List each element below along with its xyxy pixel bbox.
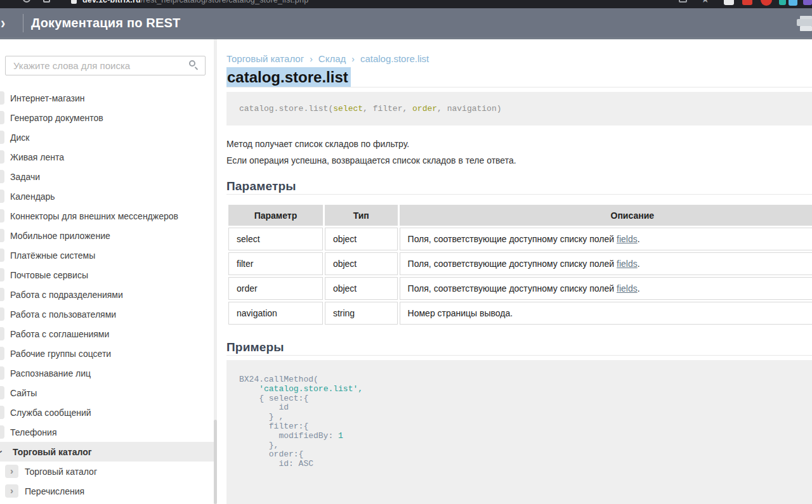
doc-title: Документация по REST [31, 16, 181, 30]
home-icon[interactable] [43, 0, 50, 3]
sidebar-item[interactable]: ›Сайты [0, 383, 214, 403]
code-segment: filter:{ [239, 422, 308, 431]
divider [226, 87, 812, 87]
chevron-right-icon: › [0, 170, 4, 183]
param-desc-cell: Поля, соответствующие доступному списку … [400, 277, 812, 300]
example-code-block: BX24.callMethod( 'catalog.store.list', {… [226, 360, 812, 504]
table-header-cell: Описание [400, 205, 812, 226]
sidebar-item[interactable]: ›Живая лента [0, 147, 214, 167]
print-button[interactable] [797, 16, 812, 31]
sidebar-item[interactable]: ›Работа с подразделениями [0, 285, 214, 304]
chevron-right-icon: › [0, 386, 4, 399]
param-type-cell: object [325, 252, 398, 275]
extension-teal-icon[interactable] [779, 0, 786, 5]
doc-header: › Документация по REST [0, 8, 812, 39]
breadcrumb-link[interactable]: Торговый каталог [226, 53, 304, 64]
sidebar-item[interactable]: ›Распознавание лиц [0, 363, 214, 383]
code-line: id [239, 403, 799, 413]
sidebar-item[interactable]: ›Служба сообщений [0, 403, 214, 422]
sidebar-item[interactable]: ›Генератор документов [0, 108, 214, 127]
code-line: order:{ [239, 450, 799, 460]
code-line: }, [239, 441, 799, 451]
sidebar-item[interactable]: ›Торговый каталог [0, 442, 214, 462]
address-bar[interactable]: dev.1c-bitrix.ru/rest_help/catalog/store… [82, 0, 308, 4]
share-icon[interactable] [679, 0, 687, 3]
sidebar-item-label: Распознавание лиц [10, 368, 91, 378]
breadcrumb-link[interactable]: Склад [318, 53, 346, 64]
main-content: Торговый каталог›Склад›catalog.store.lis… [217, 39, 812, 504]
table-row: selectobjectПоля, соответствующие доступ… [228, 228, 812, 250]
param-desc-cell: Поля, соответствующие доступному списку … [400, 228, 812, 250]
sidebar-item-label: Телефония [10, 427, 56, 437]
param-desc-cell: Номер страницы вывода. [400, 302, 812, 325]
sidebar-item[interactable]: ›Почтовые сервисы [0, 265, 214, 285]
parameters-heading: Параметры [226, 179, 812, 194]
sidebar-item-label: Интернет-магазин [10, 93, 85, 103]
sidebar-item[interactable]: ›Диск [0, 127, 214, 147]
sidebar-item[interactable]: ›Задачи [0, 167, 214, 186]
extension-purple-icon[interactable] [803, 0, 812, 5]
extension-white-icon[interactable] [724, 0, 734, 5]
code-segment: 'catalog.store.list', [259, 384, 363, 394]
browser-toolbar: dev.1c-bitrix.ru/rest_help/catalog/store… [0, 0, 812, 8]
reload-icon[interactable] [23, 0, 30, 3]
extension-red-circle-icon[interactable] [761, 0, 772, 6]
sidebar-item-label: Календарь [10, 191, 55, 202]
sidebar-item[interactable]: ›Рабочие группы соцсети [0, 344, 214, 363]
param-name-cell: navigation [228, 302, 323, 325]
sidebar-item-label: Живая лента [10, 152, 64, 162]
param-type-cell: object [325, 277, 398, 300]
search-box [5, 56, 206, 75]
search-input[interactable] [5, 56, 206, 75]
breadcrumb-link[interactable]: catalog.store.list [360, 53, 429, 64]
url-domain: dev.1c-bitrix.ru [82, 0, 141, 4]
sidebar-item[interactable]: ›Коннекторы для внешних мессенджеров [0, 206, 214, 226]
code-line: id: ASC [239, 460, 799, 469]
chevron-down-icon: › [0, 445, 7, 458]
table-row: navigationstringНомер страницы вывода. [228, 302, 812, 325]
table-header-cell: Тип [325, 205, 398, 226]
chevron-right-icon: › [0, 150, 4, 164]
sidebar-item[interactable]: ›Работа с пользователями [0, 304, 214, 324]
fields-link[interactable]: fields [617, 283, 638, 294]
sidebar-item[interactable]: ›Мобильное приложение [0, 226, 214, 245]
extension-blue-icon[interactable] [789, 0, 797, 6]
chevron-right-icon: › [0, 406, 4, 419]
code-line: 'catalog.store.list', [239, 385, 799, 394]
chevron-right-icon: › [0, 249, 4, 262]
sidebar-item[interactable]: ›Телефония [0, 422, 214, 442]
chevron-right-icon[interactable]: › [5, 465, 18, 478]
bookmark-star-icon[interactable]: ★ [701, 0, 709, 5]
divider [226, 355, 812, 356]
param-name-cell: order [228, 277, 323, 300]
fields-link[interactable]: fields [617, 234, 638, 244]
chevron-right-icon: › [0, 131, 4, 144]
sidebar-item-label: Торговый каталог [25, 467, 97, 477]
fields-link[interactable]: fields [617, 259, 638, 269]
code-segment [239, 384, 259, 394]
chevron-right-icon: › [0, 111, 4, 124]
extension-red-square-icon[interactable] [742, 0, 752, 5]
sidebar-item[interactable]: ›Платёжные системы [0, 245, 214, 265]
code-line: filter:{ [239, 422, 799, 432]
parameters-table: ПараметрТипОписание selectobjectПоля, со… [226, 203, 812, 326]
param-name-cell: filter [228, 252, 323, 275]
signature-segment: , filter, [363, 104, 412, 113]
chevron-right-icon: › [0, 366, 4, 380]
chevron-right-icon: › [0, 229, 4, 242]
sidebar-subitem[interactable]: ›Торговый каталог [0, 462, 214, 481]
chevron-right-icon[interactable]: › [5, 484, 18, 498]
search-icon[interactable] [189, 60, 199, 70]
sidebar-item[interactable]: ›Интернет-магазин [0, 88, 214, 108]
chevron-right-icon: › [0, 327, 4, 340]
breadcrumb-separator-icon: › [351, 54, 355, 64]
sidebar-item-label: Торговый каталог [13, 447, 92, 457]
page-body: ›Интернет-магазин›Генератор документов›Д… [0, 39, 812, 504]
breadcrumb-separator-icon: › [310, 54, 313, 64]
sidebar-subitem[interactable]: ›Перечисления [0, 481, 214, 501]
sidebar-item[interactable]: ›Календарь [0, 186, 214, 206]
sidebar-item-label: Платёжные системы [10, 250, 95, 261]
sidebar-item[interactable]: ›Работа с соглашениями [0, 324, 214, 344]
sidebar-item-label: Работа с соглашениями [10, 329, 109, 339]
expand-menu-icon[interactable]: › [1, 13, 5, 33]
